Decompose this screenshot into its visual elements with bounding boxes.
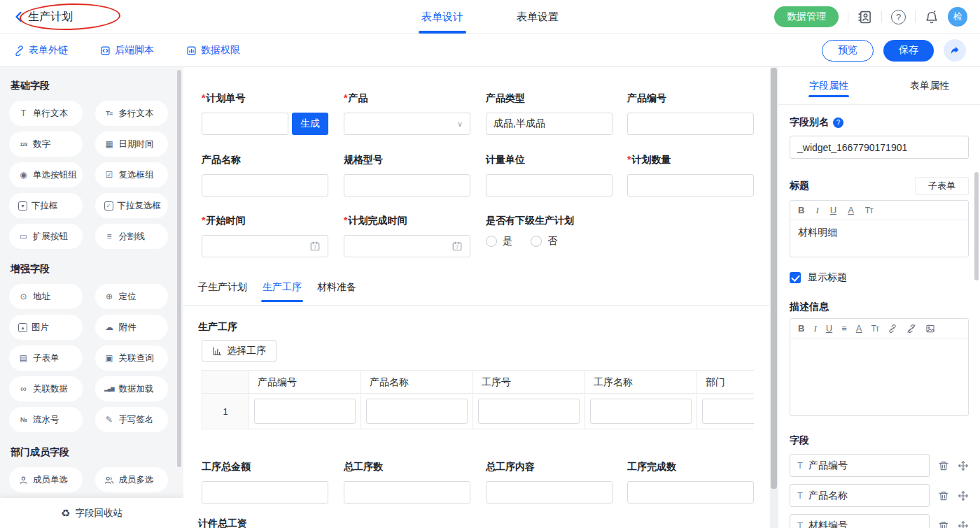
sidebar-item-radio-group[interactable]: ◉单选按钮组 bbox=[9, 162, 83, 187]
save-button[interactable]: 保存 bbox=[883, 40, 934, 62]
cell-product-name-input[interactable] bbox=[366, 399, 468, 424]
radio-option-no[interactable]: 否 bbox=[531, 235, 557, 248]
select-process-button[interactable]: 选择工序 bbox=[202, 340, 276, 362]
data-manage-button[interactable]: 数据管理 bbox=[774, 6, 839, 27]
field-plan-quantity[interactable]: 计划数量 bbox=[627, 154, 754, 197]
product-code-input[interactable] bbox=[627, 113, 754, 135]
tab-form-settings[interactable]: 表单设置 bbox=[517, 0, 559, 34]
trash-icon[interactable] bbox=[938, 490, 949, 501]
sidebar-item-serial-number[interactable]: №流水号 bbox=[9, 407, 83, 432]
plan-number-input[interactable] bbox=[202, 113, 288, 135]
field-start-time[interactable]: 开始时间 7 bbox=[202, 215, 328, 257]
process-finished-count-input[interactable] bbox=[627, 481, 754, 504]
sidebar-item-single-text[interactable]: T单行文本 bbox=[9, 101, 83, 126]
start-time-input[interactable]: 7 bbox=[202, 235, 328, 257]
sidebar-item-member-multi[interactable]: 成员多选 bbox=[95, 467, 169, 492]
field-total-process-content[interactable]: 总工序内容 bbox=[486, 461, 612, 504]
insert-image-icon[interactable] bbox=[925, 324, 935, 334]
contact-book-icon[interactable] bbox=[858, 10, 872, 24]
font-color-button[interactable]: A bbox=[848, 205, 854, 215]
trash-icon[interactable] bbox=[938, 460, 949, 471]
title-editor-content[interactable]: 材料明细 bbox=[790, 220, 968, 257]
italic-button[interactable]: I bbox=[816, 205, 818, 216]
cell-product-code-input[interactable] bbox=[254, 399, 356, 424]
field-item-material-code[interactable]: T材料编号 bbox=[790, 514, 930, 528]
bold-button[interactable]: B bbox=[798, 205, 804, 215]
sidebar-item-extend-button[interactable]: ▭扩展按钮 bbox=[9, 224, 83, 249]
font-size-button[interactable]: Tт bbox=[871, 324, 878, 334]
move-icon[interactable] bbox=[958, 520, 969, 528]
form-canvas[interactable]: 计划单号 生成 产品 ∨ 产品类型 成品,半成品 产品编号 产品名称 规格型号 … bbox=[183, 67, 770, 528]
sidebar-item-number[interactable]: 123数字 bbox=[9, 131, 83, 157]
back-icon[interactable] bbox=[13, 10, 25, 23]
avatar[interactable]: 检 bbox=[948, 7, 967, 27]
field-spec-model[interactable]: 规格型号 bbox=[344, 154, 470, 197]
unlink-icon[interactable] bbox=[906, 324, 916, 334]
share-button[interactable] bbox=[944, 39, 966, 62]
field-process-finished-count[interactable]: 工序完成数 bbox=[627, 461, 754, 504]
sidebar-item-attachment[interactable]: ☁附件 bbox=[95, 315, 169, 340]
tab-production-process[interactable]: 生产工序 bbox=[262, 281, 302, 302]
move-icon[interactable] bbox=[958, 490, 969, 501]
description-editor-content[interactable] bbox=[790, 338, 968, 415]
plan-quantity-input[interactable] bbox=[627, 174, 754, 197]
font-color-button[interactable]: A bbox=[856, 323, 862, 334]
backend-script-link[interactable]: 后端脚本 bbox=[100, 44, 154, 57]
cell-process-no-input[interactable] bbox=[478, 399, 580, 424]
sidebar-item-checkbox-group[interactable]: ☑复选框组 bbox=[95, 162, 169, 187]
radio-option-yes[interactable]: 是 bbox=[486, 235, 512, 248]
sidebar-item-subform[interactable]: ▤子表单 bbox=[9, 345, 83, 371]
trash-icon[interactable] bbox=[938, 520, 949, 528]
sidebar-item-address[interactable]: ⊙地址 bbox=[9, 284, 83, 309]
sidebar-item-data-load[interactable]: ▂▄▆数据加载 bbox=[95, 376, 169, 401]
sidebar-item-datetime[interactable]: ▦日期时间 bbox=[95, 131, 169, 157]
field-recycle-bin[interactable]: ♻ 字段回收站 bbox=[0, 498, 183, 528]
form-external-link[interactable]: 表单外链 bbox=[14, 44, 68, 57]
tab-form-properties[interactable]: 表单属性 bbox=[879, 67, 980, 104]
tab-field-properties[interactable]: 字段属性 bbox=[778, 67, 879, 104]
field-product-name[interactable]: 产品名称 bbox=[202, 154, 328, 197]
field-process-total-amount[interactable]: 工序总金额 bbox=[202, 461, 328, 504]
total-process-content-input[interactable] bbox=[486, 481, 612, 504]
cell-department-input[interactable] bbox=[702, 399, 754, 424]
link-icon[interactable] bbox=[888, 324, 897, 334]
sidebar-item-location[interactable]: ⊕定位 bbox=[95, 284, 169, 309]
canvas-scrollbar[interactable] bbox=[771, 68, 777, 489]
sidebar-scrollbar[interactable] bbox=[177, 70, 181, 467]
sidebar-item-image[interactable]: ▴图片 bbox=[9, 315, 83, 340]
field-product-type[interactable]: 产品类型 成品,半成品 bbox=[486, 92, 612, 135]
help-icon[interactable]: ? bbox=[891, 10, 906, 24]
move-icon[interactable] bbox=[958, 460, 969, 471]
product-select[interactable]: ∨ bbox=[344, 113, 470, 135]
field-unit[interactable]: 计量单位 bbox=[486, 154, 612, 197]
show-title-checkbox[interactable]: 显示标题 bbox=[790, 271, 969, 284]
sidebar-item-multi-text[interactable]: T≡多行文本 bbox=[95, 101, 169, 126]
sidebar-item-linked-data[interactable]: ∞关联数据 bbox=[9, 376, 83, 401]
field-has-sub-plan[interactable]: 是否有下级生产计划 是 否 bbox=[486, 215, 668, 248]
font-size-button[interactable]: Tт bbox=[865, 206, 873, 215]
tab-form-design[interactable]: 表单设计 bbox=[421, 0, 463, 34]
process-total-amount-input[interactable] bbox=[202, 481, 328, 504]
sidebar-item-divider[interactable]: ≡分割线 bbox=[95, 224, 169, 249]
cell-process-name-input[interactable] bbox=[590, 399, 692, 424]
field-item-product-code[interactable]: T产品编号 bbox=[790, 454, 930, 477]
field-plan-finish-time[interactable]: 计划完成时间 7 bbox=[344, 215, 470, 257]
plan-finish-time-input[interactable]: 7 bbox=[344, 235, 470, 257]
italic-button[interactable]: I bbox=[813, 323, 816, 334]
bold-button[interactable]: B bbox=[798, 323, 804, 334]
tab-material-preparation[interactable]: 材料准备 bbox=[317, 281, 356, 302]
data-permission-link[interactable]: 数据权限 bbox=[186, 44, 240, 57]
sidebar-item-select[interactable]: ▾下拉框 bbox=[9, 193, 83, 218]
field-total-process-count[interactable]: 总工序数 bbox=[344, 461, 470, 504]
spec-model-input[interactable] bbox=[344, 174, 470, 197]
help-icon[interactable]: ? bbox=[833, 117, 844, 128]
product-name-input[interactable] bbox=[202, 174, 328, 197]
sidebar-item-member-single[interactable]: 成员单选 bbox=[9, 467, 83, 492]
field-product-code[interactable]: 产品编号 bbox=[627, 92, 754, 135]
panel-scrollbar[interactable] bbox=[974, 172, 979, 280]
sidebar-item-signature[interactable]: ✎手写签名 bbox=[95, 407, 169, 432]
bell-icon[interactable] bbox=[925, 10, 939, 24]
underline-button[interactable]: U bbox=[826, 323, 832, 334]
field-item-product-name[interactable]: T产品名称 bbox=[790, 484, 930, 507]
field-product[interactable]: 产品 ∨ bbox=[344, 92, 470, 135]
